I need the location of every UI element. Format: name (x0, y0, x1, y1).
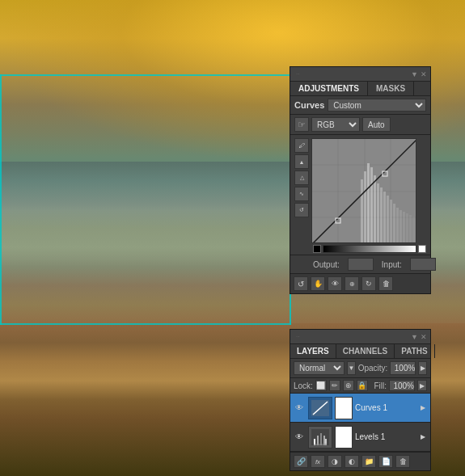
svg-rect-14 (383, 192, 386, 243)
layers-panel: ·· ▼ ✕ LAYERS CHANNELS PATHS Normal Mult… (290, 329, 431, 471)
eyedropper-gray-tool[interactable]: ▲ (294, 154, 309, 169)
undo-icon[interactable]: ↺ (294, 276, 308, 291)
curves-label: Curves (294, 100, 324, 110)
layers-resize-handle: ·· (294, 333, 302, 340)
black-point[interactable] (313, 245, 321, 253)
tab-channels[interactable]: CHANNELS (336, 344, 395, 358)
layers-panel-header: ·· ▼ ✕ (290, 330, 430, 344)
svg-rect-18 (396, 208, 399, 243)
svg-rect-17 (393, 204, 395, 243)
teal-border-top (0, 74, 291, 76)
svg-rect-20 (403, 212, 405, 243)
svg-rect-12 (377, 183, 379, 243)
layer-row-levels1[interactable]: 👁 Levels 1 ▶ (290, 423, 430, 452)
svg-rect-7 (361, 179, 363, 243)
left-tools: 🖊 ▲ △ ∿ ↺ (294, 138, 309, 243)
output-input-row: Output: Input: (290, 255, 430, 273)
tab-paths[interactable]: PATHS (395, 344, 434, 358)
layer-name-levels1: Levels 1 (355, 432, 416, 441)
svg-rect-32 (320, 433, 322, 445)
opacity-arrow[interactable]: ▶ (418, 361, 427, 375)
teal-border-bottom (0, 323, 291, 325)
lock-move-btn[interactable]: ⊕ (343, 380, 354, 391)
resize-dots: ·· (296, 70, 299, 78)
adjustments-action-bar: ↺ ✋ 👁 ⊕ ↻ 🗑 (290, 273, 430, 293)
teal-border-left (0, 74, 2, 325)
tab-masks[interactable]: MASKS (368, 82, 414, 95)
svg-rect-15 (387, 196, 389, 243)
white-point[interactable] (418, 245, 426, 253)
tab-adjustments[interactable]: ADJUSTMENTS (290, 82, 368, 95)
mask-icon[interactable]: ◑ (328, 455, 342, 468)
fx-icon[interactable]: fx (311, 455, 325, 468)
collapse-icon[interactable]: ▼ (411, 70, 418, 78)
svg-rect-19 (399, 210, 402, 243)
lock-transparent-btn[interactable]: ⬜ (315, 380, 327, 391)
gradient-bar (323, 245, 416, 253)
layers-close-icon[interactable]: ✕ (421, 333, 427, 341)
folder-icon[interactable]: 📁 (361, 455, 376, 468)
svg-rect-11 (374, 175, 376, 243)
svg-rect-21 (406, 213, 408, 243)
svg-rect-16 (390, 200, 392, 243)
svg-rect-13 (380, 187, 383, 243)
layer-mask-curves1 (335, 397, 353, 419)
eyedropper-icon[interactable]: ✋ (311, 276, 325, 291)
adjustment-icon[interactable]: ◐ (345, 455, 359, 468)
new-layer-icon[interactable]: 📄 (378, 455, 393, 468)
curves-tool-row: ☞ RGB Red Green Blue Auto (290, 115, 430, 135)
tab-layers[interactable]: LAYERS (290, 344, 336, 358)
layer-thumb-curves1 (308, 397, 332, 419)
layer-eye-curves1[interactable]: 👁 (293, 402, 306, 415)
smooth-tool[interactable]: ∿ (294, 187, 309, 201)
blend-mode-select[interactable]: Normal Multiply Screen (294, 361, 345, 375)
blend-mode-row: Normal Multiply Screen ▼ Opacity: ▶ (290, 359, 430, 378)
fill-arrow[interactable]: ▶ (417, 380, 427, 391)
lock-label: Lock: (294, 381, 313, 390)
layer-mask-levels1 (335, 426, 353, 449)
curves-hand-tool[interactable]: ☞ (294, 117, 309, 132)
panel-resize-handle: ·· (294, 70, 302, 78)
svg-rect-31 (317, 436, 319, 445)
svg-rect-10 (370, 167, 373, 243)
panel-header-icons: ▼ ✕ (411, 70, 427, 78)
curves-preset-select[interactable]: Custom (328, 99, 426, 112)
eyedropper-white-tool[interactable]: △ (294, 171, 309, 185)
auto-button[interactable]: Auto (362, 117, 391, 132)
view-icon[interactable]: ⊕ (345, 276, 359, 291)
fill-label: Fill: (374, 381, 387, 390)
refresh-icon[interactable]: ↻ (361, 276, 376, 291)
layer-row-curves1[interactable]: 👁 Curves 1 ▶ (290, 394, 430, 423)
eye-icon[interactable]: 👁 (328, 276, 342, 291)
layers-collapse-icon[interactable]: ▼ (411, 333, 418, 341)
lock-all-btn[interactable]: 🔒 (357, 380, 368, 391)
layers-header-icons: ▼ ✕ (411, 333, 427, 341)
reset-tool[interactable]: ↺ (294, 203, 309, 217)
input-value-input[interactable] (410, 258, 436, 271)
close-icon[interactable]: ✕ (421, 70, 427, 78)
opacity-label: Opacity: (358, 364, 388, 373)
opacity-input[interactable] (390, 361, 416, 375)
delete-layer-icon[interactable]: 🗑 (395, 455, 410, 468)
curves-title-row: Curves Custom (290, 96, 430, 115)
blend-arrow[interactable]: ▼ (347, 361, 356, 375)
layer-eye-levels1[interactable]: 👁 (293, 431, 306, 444)
output-label: Output: (313, 260, 340, 269)
eyedropper-black-tool[interactable]: 🖊 (294, 138, 309, 153)
delete-icon[interactable]: 🗑 (378, 276, 393, 291)
svg-rect-33 (323, 436, 325, 445)
input-label: Input: (382, 260, 402, 269)
curves-graph[interactable] (311, 138, 416, 243)
lock-paint-btn[interactable]: ✏ (329, 380, 340, 391)
link-icon[interactable]: 🔗 (294, 455, 308, 468)
layers-resize-dots: ·· (296, 333, 299, 340)
layer-options-curves1[interactable]: ▶ (418, 403, 428, 413)
output-value-input[interactable] (348, 258, 374, 271)
layer-options-levels1[interactable]: ▶ (418, 432, 428, 442)
channel-select[interactable]: RGB Red Green Blue (311, 117, 360, 132)
gradient-bar-row (313, 245, 426, 253)
fill-input[interactable] (389, 380, 415, 391)
svg-rect-9 (367, 163, 370, 243)
svg-rect-23 (412, 217, 415, 243)
svg-rect-8 (364, 171, 366, 243)
